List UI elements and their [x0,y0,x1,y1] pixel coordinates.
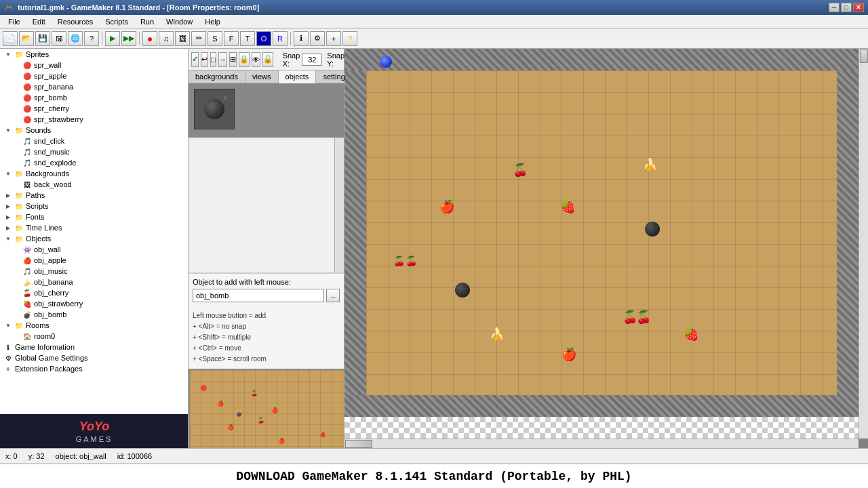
game-settings-button[interactable]: ⚙ [310,31,325,46]
global-settings-item[interactable]: ⚙ Global Game Settings [0,352,188,363]
tree-room0[interactable]: 🏠 room0 [0,331,188,342]
new-button[interactable]: 📄 [3,31,18,46]
tab-backgrounds[interactable]: backgrounds [189,70,245,83]
yoyo-logo: YoYo GAMES [0,414,189,448]
right-button[interactable]: → [218,52,227,67]
grid-button[interactable]: ⊞ [229,52,237,67]
run-debug-button[interactable]: ▶▶ [121,31,136,46]
obj-add-label: Object to add with left mouse: [193,278,340,286]
menu-edit[interactable]: Edit [27,17,51,26]
room-canvas: 🍒 🍌 🍎 🍓 🍒 🍒 🍒 🍒 🍌 [344,49,868,448]
obj-pick-button[interactable]: ... [326,289,340,302]
checkered-area [344,417,859,439]
tree-spr-wall[interactable]: 🔴 spr_wall [0,60,188,70]
tab-views[interactable]: views [245,70,279,83]
obj-bomb-label: obj_bomb [34,310,66,319]
obj-banana-label: obj_banana [34,278,73,286]
tree-snd-click[interactable]: 🎵 snd_click [0,136,188,146]
close-button[interactable]: ✕ [853,3,864,12]
game-info-item[interactable]: ℹ Game Information [0,342,188,352]
tree-obj-cherry[interactable]: 🍒 obj_cherry [0,287,188,298]
h-scroll-thumb[interactable] [345,440,372,448]
obj-name-input[interactable] [193,289,324,302]
tab-objects[interactable]: objects [279,70,317,83]
help2-button[interactable]: ? [342,31,357,46]
tree-spr-banana[interactable]: 🔴 spr_banana [0,81,188,92]
sep1 [102,32,102,45]
tree-obj-banana[interactable]: 🍌 obj_banana [0,277,188,287]
fonts-folder[interactable]: ▶ 📁 Fonts [0,211,188,222]
menu-run[interactable]: Run [135,17,159,26]
resource-tree: ▼ 📁 Sprites 🔴 spr_wall 🔴 spr_apple 🔴 spr… [0,49,189,448]
add-bg-button[interactable]: 🖼 [175,31,190,46]
add-path-button[interactable]: ✏ [191,31,206,46]
add-timeline-button[interactable]: T [240,31,255,46]
publish-button[interactable]: 🌐 [68,31,83,46]
objects-folder[interactable]: ▼ 📁 Objects [0,233,188,244]
help-button[interactable]: ? [84,31,99,46]
undo-button[interactable]: ↩ [201,52,208,67]
obj-music-label: obj_music [34,267,68,275]
run-button[interactable]: ▶ [105,31,120,46]
timelines-folder[interactable]: ▶ 📁 Time Lines [0,222,188,233]
tree-obj-bomb[interactable]: 💣 obj_bomb [0,309,188,320]
save-as-button[interactable]: 🖫 [52,31,66,46]
scripts-folder[interactable]: ▶ 📁 Scripts [0,201,188,211]
fuse [224,96,227,100]
tree-spr-apple[interactable]: 🔴 spr_apple [0,70,188,81]
paths-folder[interactable]: ▶ 📁 Paths [0,190,188,201]
lock2-button[interactable]: 🔓 [262,52,273,67]
add-font-button[interactable]: F [224,31,239,46]
add-sprite-button[interactable]: ● [142,31,157,46]
v-scroll-thumb[interactable] [860,49,868,63]
backgrounds-expand-icon: ▼ [3,169,14,178]
room-grid-area[interactable]: 🍒 🍌 🍎 🍓 🍒 🍒 🍒 🍒 🍌 [344,49,859,439]
tree-spr-strawberry[interactable]: 🔴 spr_strawberry [0,114,188,125]
scroll-track[interactable] [334,138,344,272]
menu-resources[interactable]: Resources [52,17,99,26]
view-button[interactable]: 👁 [252,52,260,67]
h-scrollbar[interactable] [344,439,859,448]
sprites-folder[interactable]: ▼ 📁 Sprites [0,49,188,60]
lock-button[interactable]: 🔒 [239,52,250,67]
extensions-button[interactable]: + [326,31,341,46]
extension-packages-item[interactable]: + Extension Packages [0,363,188,374]
sounds-folder-icon: 📁 [14,125,24,135]
tree-obj-music[interactable]: 🎵 obj_music [0,266,188,277]
maximize-button[interactable]: □ [841,3,852,12]
menu-window[interactable]: Window [161,17,198,26]
minimize-button[interactable]: ─ [829,3,840,12]
add-script-button[interactable]: S [208,31,222,46]
add-object-button[interactable]: O [256,31,271,46]
rooms-folder[interactable]: ▼ 📁 Rooms [0,320,188,331]
tree-obj-wall[interactable]: 👾 obj_wall [0,244,188,255]
border-left [344,70,366,395]
tree-snd-music[interactable]: 🎵 snd_music [0,146,188,157]
v-scrollbar[interactable] [859,49,868,439]
tree-back-wood[interactable]: 🖼 back_wood [0,179,188,190]
snap-x-input[interactable] [302,54,322,66]
tree-obj-apple[interactable]: 🍎 obj_apple [0,255,188,266]
sprites-label: Sprites [26,50,49,58]
sprite-icon: 🔴 [22,82,33,92]
tree-obj-strawberry[interactable]: 🍓 obj_strawberry [0,298,188,309]
room-icon: 🏠 [22,331,33,341]
room-toolbar: ✓ ↩ □ → ⊞ 🔒 👁 🔓 Snap X: Snap Y: ⊟ 🔍 🔍+ 🔍… [189,49,344,70]
backgrounds-folder[interactable]: ▼ 📁 Backgrounds [0,168,188,179]
border-bottom-area [344,395,859,439]
tree-snd-explode[interactable]: 🎵 snd_explode [0,157,188,168]
menu-file[interactable]: File [3,17,26,26]
sep3 [290,32,291,45]
add-room-button[interactable]: R [273,31,288,46]
open-button[interactable]: 📂 [19,31,34,46]
clear-button[interactable]: □ [210,52,216,67]
ok-button[interactable]: ✓ [191,52,199,67]
tree-spr-bomb[interactable]: 🔴 spr_bomb [0,92,188,103]
save-button[interactable]: 💾 [35,31,50,46]
menu-help[interactable]: Help [199,17,226,26]
add-sound-button[interactable]: ♫ [159,31,174,46]
sounds-folder[interactable]: ▼ 📁 Sounds [0,125,188,136]
tree-spr-cherry[interactable]: 🔴 spr_cherry [0,103,188,114]
game-info-button[interactable]: ℹ [294,31,309,46]
menu-scripts[interactable]: Scripts [100,17,134,26]
